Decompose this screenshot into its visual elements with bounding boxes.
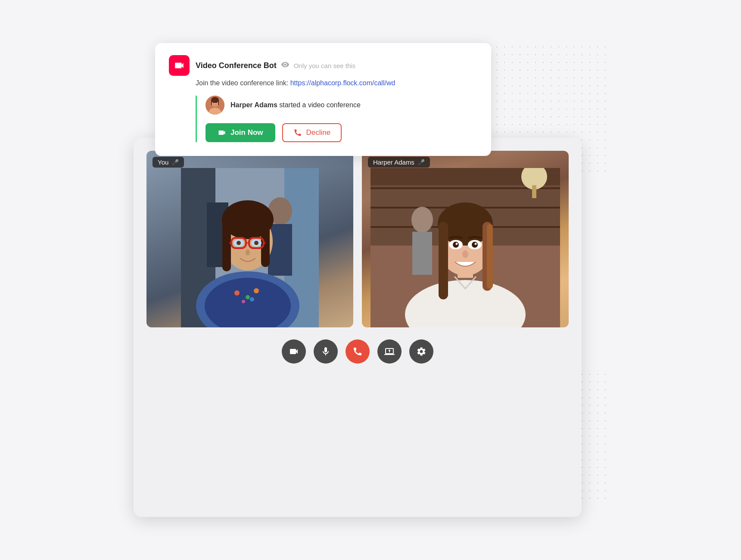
person-you-silhouette: [146, 151, 353, 327]
screen-share-button[interactable]: [377, 339, 402, 364]
caller-text: Harper Adams started a video conference: [230, 101, 361, 109]
camera-control-button[interactable]: [282, 339, 306, 364]
svg-point-3: [211, 97, 219, 103]
video-conference-panel: You 🎤: [134, 138, 582, 517]
video-label-you: You 🎤: [153, 157, 184, 168]
svg-rect-4: [211, 100, 212, 105]
chat-notification-card: Video Conference Bot Only you can see th…: [155, 43, 491, 156]
svg-rect-5: [218, 100, 219, 105]
svg-point-44: [411, 207, 433, 233]
chat-card-header: Video Conference Bot Only you can see th…: [169, 55, 477, 76]
svg-point-27: [237, 241, 241, 245]
svg-point-55: [453, 242, 459, 248]
video-grid: You 🎤: [146, 151, 569, 327]
svg-point-57: [456, 243, 458, 245]
svg-rect-52: [487, 224, 493, 289]
svg-rect-45: [412, 232, 432, 275]
mic-indicator-you: 🎤: [172, 159, 179, 165]
screen-share-icon: [384, 346, 395, 357]
mic-control-button[interactable]: [314, 339, 338, 364]
svg-point-31: [234, 290, 240, 296]
svg-point-28: [254, 241, 258, 245]
join-now-button[interactable]: Join Now: [205, 123, 275, 142]
svg-point-32: [246, 295, 250, 299]
decline-button[interactable]: Decline: [282, 123, 342, 142]
decline-phone-icon: [293, 128, 302, 137]
end-call-icon: [352, 346, 363, 357]
chat-link-line: Join the video conference link: https://…: [196, 79, 477, 87]
svg-rect-19: [261, 215, 270, 267]
bot-name: Video Conference Bot: [196, 61, 277, 70]
svg-point-34: [242, 300, 245, 303]
video-tile-harper: Harper Adams 🎤: [362, 151, 569, 327]
svg-rect-43: [532, 185, 536, 198]
video-label-harper: Harper Adams 🎤: [368, 157, 430, 168]
svg-rect-50: [439, 222, 448, 299]
mic-indicator-harper: 🎤: [418, 159, 425, 165]
join-camera-icon: [218, 128, 226, 137]
controls-bar: [146, 338, 569, 364]
person-harper-silhouette: [362, 151, 569, 327]
svg-point-6: [213, 102, 215, 103]
svg-point-58: [475, 243, 477, 245]
chat-card-title: Video Conference Bot Only you can see th…: [196, 60, 355, 71]
end-call-button[interactable]: [346, 339, 370, 364]
call-notification: Harper Adams started a video conference …: [196, 96, 477, 142]
svg-point-56: [472, 242, 478, 248]
svg-point-29: [246, 249, 250, 255]
svg-point-33: [254, 288, 259, 293]
eye-icon: [281, 60, 290, 71]
conference-link[interactable]: https://alphacorp.flock.com/call/wd: [290, 79, 395, 87]
svg-point-59: [462, 250, 468, 258]
caller-name: Harper Adams: [230, 101, 277, 109]
svg-point-7: [216, 102, 217, 103]
camera-icon: [289, 346, 299, 357]
caller-row: Harper Adams started a video conference: [205, 96, 477, 115]
svg-point-35: [250, 297, 254, 302]
caller-avatar: [205, 96, 224, 115]
microphone-icon: [321, 346, 331, 357]
bot-icon: [169, 55, 190, 76]
settings-icon: [416, 346, 427, 357]
settings-button[interactable]: [409, 339, 433, 364]
video-tile-you: You 🎤: [146, 151, 353, 327]
only-you-text: Only you can see this: [294, 62, 355, 69]
video-camera-icon: [174, 60, 185, 71]
call-actions: Join Now Decline: [205, 123, 477, 142]
